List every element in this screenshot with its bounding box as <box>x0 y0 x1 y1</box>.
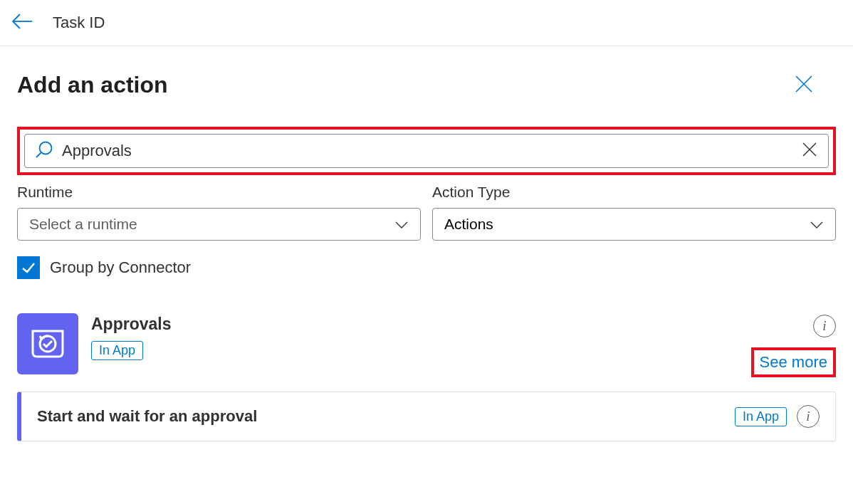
group-by-connector-row: Group by Connector <box>17 256 836 279</box>
search-icon <box>35 140 53 162</box>
connector-actions: i See more <box>751 313 836 377</box>
connector-name: Approvals <box>91 315 738 334</box>
action-name: Start and wait for an approval <box>37 407 735 426</box>
panel-content: Add an action <box>0 46 853 458</box>
panel-header: Task ID <box>0 0 853 46</box>
connector-header: Approvals In App i See more <box>17 313 836 377</box>
info-icon[interactable]: i <box>813 315 836 337</box>
runtime-dropdown-value: Select a runtime <box>29 216 137 233</box>
chevron-down-icon <box>394 216 409 233</box>
runtime-filter: Runtime Select a runtime <box>17 184 421 241</box>
connector-badge: In App <box>91 341 143 360</box>
search-input[interactable] <box>62 142 792 160</box>
action-type-filter: Action Type Actions <box>432 184 836 241</box>
group-by-connector-label: Group by Connector <box>50 258 191 277</box>
action-type-label: Action Type <box>432 184 836 201</box>
connector-info: Approvals In App <box>91 313 738 360</box>
chevron-down-icon <box>810 216 824 233</box>
page-title-row: Add an action <box>17 72 836 98</box>
back-arrow-icon[interactable] <box>11 13 33 33</box>
filters-row: Runtime Select a runtime Action Type Act… <box>17 184 836 241</box>
panel-title: Task ID <box>53 14 105 32</box>
svg-point-3 <box>40 142 52 154</box>
see-more-link[interactable]: See more <box>760 353 827 371</box>
clear-search-icon[interactable] <box>801 141 818 161</box>
see-more-highlight: See more <box>751 347 836 377</box>
action-type-dropdown[interactable]: Actions <box>432 208 836 241</box>
action-badge: In App <box>735 407 787 426</box>
runtime-dropdown[interactable]: Select a runtime <box>17 208 421 241</box>
action-card[interactable]: Start and wait for an approval In App i <box>17 392 836 441</box>
close-icon[interactable] <box>795 75 813 96</box>
approvals-connector-icon <box>17 313 78 374</box>
search-box[interactable] <box>24 134 829 168</box>
group-by-connector-checkbox[interactable] <box>17 256 40 279</box>
svg-line-4 <box>36 153 41 158</box>
runtime-label: Runtime <box>17 184 421 201</box>
connector-section: Approvals In App i See more Start and wa… <box>17 313 836 441</box>
action-card-right: In App i <box>735 405 820 428</box>
search-highlight-box <box>17 127 836 175</box>
info-icon[interactable]: i <box>797 405 820 428</box>
page-title: Add an action <box>17 72 168 98</box>
action-type-dropdown-value: Actions <box>444 216 493 233</box>
